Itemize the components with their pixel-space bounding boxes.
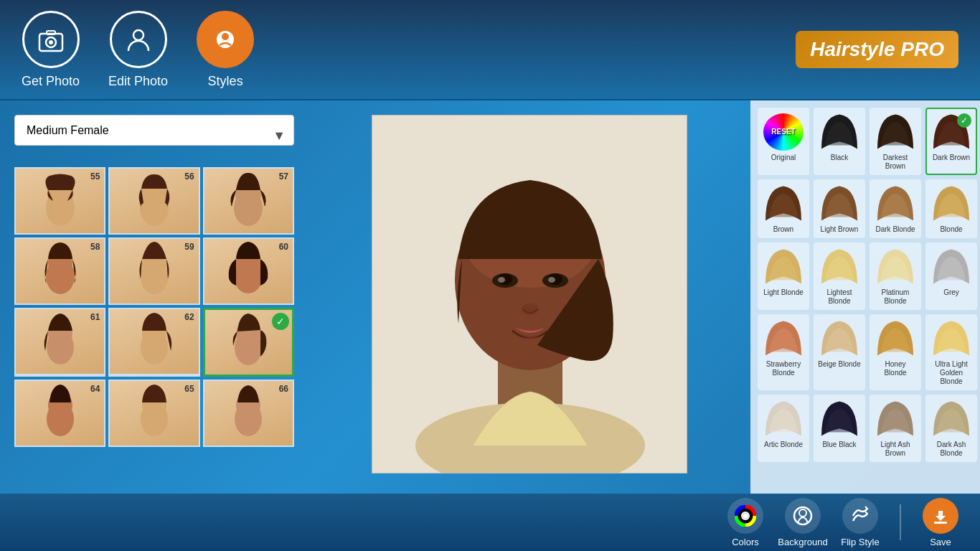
nav-get-photo[interactable]: Get Photo (22, 11, 80, 89)
svg-point-40 (498, 277, 505, 283)
style-item-60[interactable]: 60 (203, 237, 294, 305)
background-icon (785, 498, 821, 534)
colors-label: Colors (732, 537, 759, 547)
style-item-65[interactable]: 65 (108, 380, 199, 447)
darkest-brown-swatch (874, 112, 917, 151)
color-honey-blonde-label: Honey Blonde (874, 360, 917, 377)
color-grid: RESET Original Black (758, 108, 973, 462)
honey-blonde-swatch (874, 319, 917, 358)
color-honey-blonde[interactable]: Honey Blonde (870, 314, 921, 390)
dark-brown-swatch: ✓ (930, 112, 973, 151)
svg-point-4 (133, 30, 143, 40)
color-dark-blonde[interactable]: Dark Blonde (870, 179, 921, 238)
reset-swatch: RESET (762, 112, 805, 151)
beige-blonde-swatch (818, 319, 861, 358)
color-dark-ash-blonde[interactable]: Dark Ash Blonde (925, 395, 977, 462)
color-light-ash-brown[interactable]: Light Ash Brown (870, 395, 921, 462)
svg-rect-49 (934, 522, 947, 524)
header: Get Photo Edit Photo Styles Hairstyle PR… (0, 0, 980, 100)
color-light-brown-label: Light Brown (821, 225, 859, 234)
dark-brown-check: ✓ (957, 113, 971, 128)
bottom-toolbar: Colors Background Flip Style (0, 494, 980, 551)
color-blue-black[interactable]: Blue Black (814, 395, 865, 462)
color-black-label: Black (831, 154, 848, 162)
flip-style-label: Flip Style (841, 537, 879, 547)
color-platinum-blonde-label: Platinum Blonde (874, 288, 917, 306)
color-strawberry-blonde[interactable]: Strawberry Blonde (758, 314, 809, 390)
blue-black-swatch (818, 399, 861, 438)
color-strawberry-blonde-label: Strawberry Blonde (762, 360, 805, 377)
color-dark-brown-label: Dark Brown (933, 154, 970, 162)
color-panel: RESET Original Black (750, 100, 980, 494)
light-brown-swatch (818, 184, 861, 223)
color-dark-blonde-label: Dark Blonde (875, 225, 915, 234)
color-light-brown[interactable]: Light Brown (814, 179, 865, 238)
color-blonde[interactable]: Blonde (925, 179, 977, 238)
color-dark-brown[interactable]: ✓ Dark Brown (925, 108, 977, 175)
app-title: Hairstyle PRO (796, 31, 958, 68)
save-icon (923, 498, 958, 534)
color-brown[interactable]: Brown (758, 179, 809, 238)
color-light-blonde[interactable]: Light Blonde (758, 242, 809, 310)
svg-point-3 (49, 40, 53, 44)
style-item-57[interactable]: 57 (203, 167, 294, 235)
flip-style-icon (842, 498, 878, 534)
dark-blonde-swatch (874, 184, 917, 223)
color-darkest-brown[interactable]: Darkest Brown (870, 108, 921, 175)
color-artic-blonde[interactable]: Artic Blonde (758, 395, 809, 462)
brown-swatch (762, 184, 805, 223)
nav-styles[interactable]: Styles (197, 11, 254, 89)
color-blonde-label: Blonde (940, 225, 962, 234)
get-photo-label: Get Photo (22, 74, 80, 89)
style-item-64[interactable]: 64 (14, 380, 105, 447)
style-item-66[interactable]: 66 (203, 380, 294, 447)
color-black[interactable]: Black (814, 108, 865, 175)
colors-toolbar-item[interactable]: Colors (720, 498, 771, 547)
color-reset[interactable]: RESET Original (758, 108, 809, 175)
color-beige-blonde[interactable]: Beige Blonde (814, 314, 865, 390)
color-grey-label: Grey (943, 288, 959, 297)
svg-rect-2 (47, 31, 55, 34)
styles-label: Styles (208, 74, 243, 89)
color-platinum-blonde[interactable]: Platinum Blonde (870, 242, 921, 310)
style-item-63[interactable]: ✓ (203, 308, 294, 377)
style-item-61[interactable]: 61 (14, 308, 105, 377)
color-artic-blonde-label: Artic Blonde (764, 441, 803, 449)
style-item-59[interactable]: 59 (108, 237, 199, 305)
style-item-55[interactable]: 55 (14, 167, 105, 235)
selected-checkmark: ✓ (272, 313, 289, 330)
save-toolbar-item[interactable]: Save (915, 498, 966, 547)
toolbar-divider (900, 504, 901, 540)
blonde-swatch (930, 184, 973, 223)
color-light-blonde-label: Light Blonde (763, 288, 804, 297)
svg-point-41 (548, 277, 555, 283)
style-grid: 55 56 (14, 167, 294, 447)
color-lightest-blonde-label: Lightest Blonde (818, 288, 861, 306)
svg-point-6 (222, 33, 229, 40)
color-grey[interactable]: Grey (925, 242, 977, 310)
color-blue-black-label: Blue Black (822, 441, 856, 449)
nav-edit-photo[interactable]: Edit Photo (108, 11, 168, 89)
style-category-dropdown[interactable]: Medium Female Short Female Long Female S… (14, 115, 294, 146)
svg-point-47 (799, 509, 806, 517)
dark-ash-blonde-swatch (930, 399, 973, 438)
style-item-56[interactable]: 56 (108, 167, 199, 235)
light-blonde-swatch (762, 247, 805, 286)
color-lightest-blonde[interactable]: Lightest Blonde (814, 242, 865, 310)
color-dark-ash-blonde-label: Dark Ash Blonde (930, 441, 973, 458)
color-ultra-light-golden-blonde[interactable]: Ultra Light Golden Blonde (925, 314, 977, 390)
main-content: Medium Female Short Female Long Female S… (0, 100, 980, 494)
artic-blonde-swatch (762, 399, 805, 438)
person-icon (110, 11, 167, 68)
style-selector-panel: Medium Female Short Female Long Female S… (0, 100, 308, 494)
flip-style-toolbar-item[interactable]: Flip Style (835, 498, 885, 547)
style-item-62[interactable]: 62 (108, 308, 199, 377)
background-toolbar-item[interactable]: Background (778, 498, 828, 547)
colors-icon (727, 498, 763, 534)
style-item-58[interactable]: 58 (14, 237, 105, 305)
color-ultra-light-golden-blonde-label: Ultra Light Golden Blonde (930, 360, 973, 386)
background-label: Background (778, 537, 827, 547)
light-ash-brown-swatch (874, 399, 917, 438)
color-beige-blonde-label: Beige Blonde (818, 360, 861, 369)
preview-panel (308, 100, 750, 494)
